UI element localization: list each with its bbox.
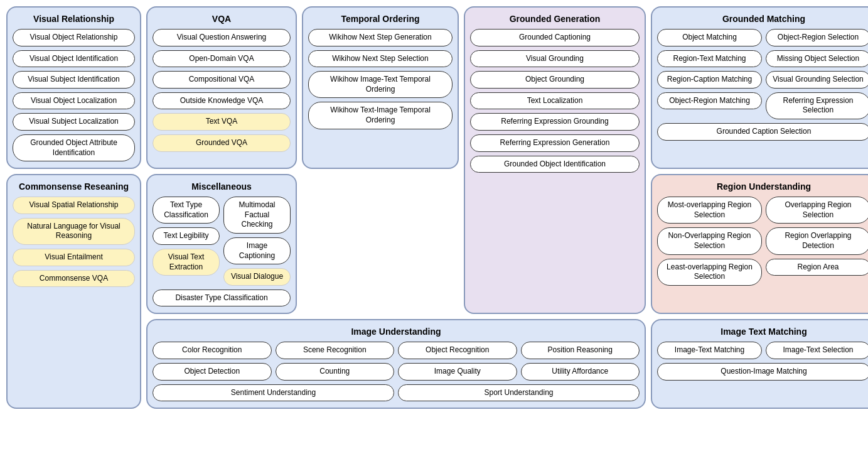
region-understanding-section: Region Understanding Most-overlapping Re…: [651, 174, 868, 314]
tag-odvqa: Open-Domain VQA: [153, 50, 291, 68]
tag-objr: Object Recognition: [398, 342, 517, 359]
tag-wnsg: Wikihow Next Step Generation: [308, 29, 453, 46]
temporal-ordering-title: Temporal Ordering: [308, 14, 453, 24]
visual-relationship-title: Visual Relationship: [13, 14, 135, 24]
image-text-matching-title: Image Text Matching: [657, 327, 868, 337]
tag-vgs: Visual Grounding Selection: [766, 71, 868, 89]
tag-csvqa: Commonsense VQA: [13, 270, 135, 288]
commonsense-title: Commonsense Reseaning: [13, 181, 135, 192]
tag-tvqa: Text VQA: [153, 113, 291, 131]
commonsense-section: Commonsense Reseaning Visual Spatial Rel…: [6, 174, 141, 409]
tag-witto: Wikihow Image-Text Temporal Ordering: [308, 71, 453, 98]
tag-od: Object Detection: [153, 363, 272, 381]
tag-gcs: Grounded Caption Selection: [657, 123, 868, 141]
tag-ors: Object-Region Selection: [766, 29, 868, 46]
tag-dtc: Disaster Type Classification: [153, 289, 291, 307]
tag-gc: Grounded Captioning: [470, 29, 640, 46]
tag-mfc: Multimodal Factual Checking: [223, 197, 291, 234]
tag-ra: Region Area: [766, 259, 868, 276]
grounded-generation-title: Grounded Generation: [470, 14, 640, 24]
grounded-matching-section: Grounded Matching Object Matching Region…: [651, 6, 868, 169]
tag-ovrs: Overlapping Region Selection: [766, 197, 868, 224]
tag-rtm: Region-Text Matching: [657, 50, 762, 68]
vqa-title: VQA: [153, 14, 291, 24]
tag-cr: Color Recognition: [153, 342, 272, 359]
tag-og: Object Grounding: [470, 71, 640, 89]
vqa-section: VQA Visual Question Answering Open-Domai…: [146, 6, 297, 169]
tag-orm: Object-Region Matching: [657, 92, 762, 110]
miscellaneous-section: Miscellaneous Text Type Classification T…: [146, 174, 297, 314]
region-understanding-title: Region Understanding: [657, 181, 868, 192]
tag-its: Image-Text Selection: [766, 342, 868, 359]
tag-vsloc: Visual Subject Localization: [13, 113, 135, 131]
tag-okvqa: Outside Knowledge VQA: [153, 92, 291, 110]
tag-wtito: Wikihow Text-Image Temporal Ordering: [308, 102, 453, 129]
tag-sptu: Sport Understanding: [398, 384, 640, 402]
tag-vor: Visual Object Relationship: [13, 29, 135, 46]
tag-voi: Visual Object Identification: [13, 50, 135, 68]
tag-mos: Missing Object Selection: [766, 50, 868, 68]
tag-goi: Grounded Object Identification: [470, 156, 640, 173]
tag-vsr: Visual Spatial Relationship: [13, 197, 135, 214]
tag-vd: Visual Dialogue: [223, 268, 291, 286]
grounded-generation-section: Grounded Generation Grounded Captioning …: [464, 6, 646, 314]
tag-vsi: Visual Subject Identification: [13, 71, 135, 89]
tag-vqa: Visual Question Answering: [153, 29, 291, 46]
tag-nors: Non-Overlapping Region Selection: [657, 227, 762, 254]
tag-cvqa: Compositional VQA: [153, 71, 291, 89]
tag-lors: Least-overlapping Region Selection: [657, 259, 762, 286]
tag-goai: Grounded Object Attribute Identification: [13, 134, 135, 161]
tag-reg: Referring Expression Grounding: [470, 113, 640, 131]
tag-vte: Visual Text Extraction: [153, 249, 220, 276]
tag-vg: Visual Grounding: [470, 50, 640, 68]
tag-res: Referring Expression Selection: [766, 92, 868, 119]
tag-qim: Question-Image Matching: [657, 363, 868, 381]
tag-nlvr: Natural Language for Visual Reasoning: [13, 218, 135, 245]
tag-rod: Region Overlapping Detection: [766, 227, 868, 254]
tag-pr: Position Reasoning: [521, 342, 640, 359]
tag-wnss: Wikihow Next Step Selection: [308, 50, 453, 68]
tag-tl: Text Localization: [470, 92, 640, 110]
tag-su: Sentiment Understanding: [153, 384, 394, 402]
tag-rcm: Region-Caption Matching: [657, 71, 762, 89]
tag-sr: Scene Recognition: [276, 342, 395, 359]
miscellaneous-title: Miscellaneous: [153, 181, 291, 192]
tag-iq: Image Quality: [398, 363, 517, 381]
tag-ic: Image Captioning: [223, 237, 291, 264]
tag-ttc: Text Type Classification: [153, 197, 220, 224]
tag-om: Object Matching: [657, 29, 762, 46]
image-text-matching-section: Image Text Matching Image-Text Matching …: [651, 319, 868, 409]
tag-cnt: Counting: [276, 363, 395, 381]
grounded-matching-title: Grounded Matching: [657, 14, 868, 24]
tag-mors: Most-overlapping Region Selection: [657, 197, 762, 224]
visual-relationship-section: Visual Relationship Visual Object Relati…: [6, 6, 141, 169]
tag-regen: Referring Expression Generation: [470, 134, 640, 152]
image-understanding-title: Image Understanding: [153, 327, 640, 337]
tag-ua: Utility Affordance: [521, 363, 640, 381]
image-understanding-section: Image Understanding Color Recognition Sc…: [146, 319, 646, 409]
tag-gvqa: Grounded VQA: [153, 134, 291, 152]
temporal-ordering-section: Temporal Ordering Wikihow Next Step Gene…: [302, 6, 459, 169]
tag-voloc: Visual Object Localization: [13, 92, 135, 110]
tag-ve: Visual Entailment: [13, 249, 135, 266]
tag-itm: Image-Text Matching: [657, 342, 762, 359]
tag-tleg: Text Legibility: [153, 227, 220, 245]
